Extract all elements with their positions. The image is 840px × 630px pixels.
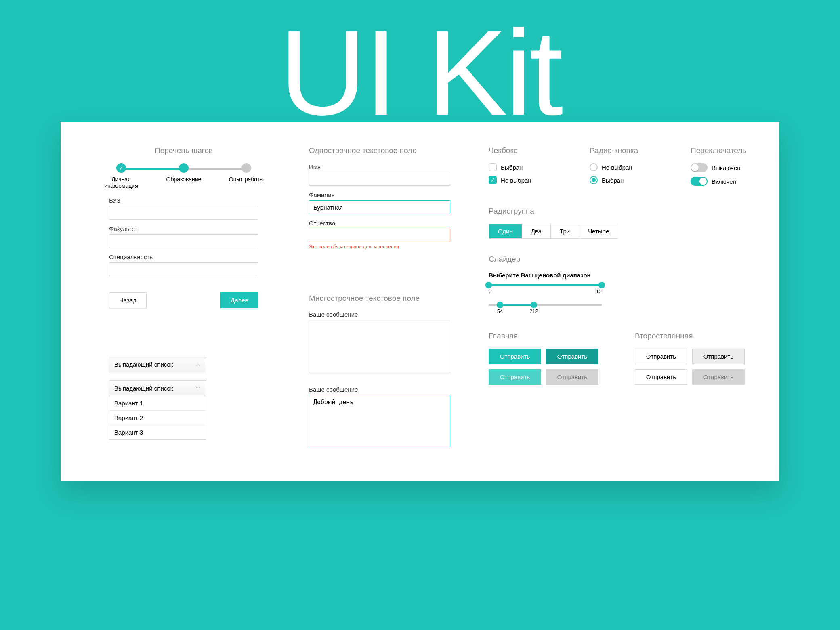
- vuz-input[interactable]: [109, 206, 258, 220]
- dropdown-option-3[interactable]: Вариант 3: [109, 425, 206, 439]
- dropdown-option-1[interactable]: Вариант 1: [109, 396, 206, 410]
- step-label: Опыт работы: [222, 176, 271, 183]
- switch-title: Переключатель: [691, 146, 788, 155]
- name-input[interactable]: [309, 172, 450, 186]
- checkbox-unchecked[interactable]: Выбран: [489, 163, 569, 171]
- faculty-input[interactable]: [109, 234, 258, 248]
- switch-label: Включен: [712, 178, 736, 185]
- step-education[interactable]: Образование: [160, 163, 208, 183]
- error-message: Это поле обязательное для заполнения: [309, 244, 450, 250]
- switch-on[interactable]: [691, 177, 708, 186]
- message-label: Ваше сообщение: [309, 311, 450, 318]
- slider-thumb-b-icon[interactable]: [531, 302, 537, 308]
- secondary-button-disabled: Отправить: [692, 369, 745, 385]
- hero-title: UI Kit: [0, 12, 840, 133]
- check-icon: ✓: [116, 163, 126, 173]
- checkbox-icon: [489, 163, 497, 171]
- radiogroup: Один Два Три Четыре: [489, 224, 618, 239]
- secondary-button-active[interactable]: Отправить: [635, 369, 687, 385]
- textarea-title: Многострочное текстовое поле: [309, 294, 450, 303]
- vuz-label: ВУЗ: [109, 197, 258, 204]
- ui-kit-panel: Перечень шагов ✓ Личная информация Образ…: [61, 122, 779, 481]
- speciality-label: Специальность: [109, 254, 258, 260]
- name-label: Имя: [309, 163, 450, 170]
- stepper: ✓ Личная информация Образование Опыт раб…: [97, 163, 271, 189]
- message-label-2: Ваше сообщение: [309, 386, 450, 393]
- primary-button[interactable]: Отправить: [489, 349, 541, 364]
- switch-off[interactable]: [691, 163, 708, 172]
- slider-partial-range[interactable]: [489, 304, 602, 306]
- dropdown-open[interactable]: Выпадающий список ﹀: [109, 380, 206, 396]
- message-textarea[interactable]: [309, 320, 450, 372]
- radiogroup-title: Радиогруппа: [489, 207, 788, 216]
- radio-icon: [590, 163, 598, 171]
- radio-label: Выбран: [602, 177, 624, 184]
- patronymic-label: Отчество: [309, 220, 450, 227]
- patronymic-input[interactable]: [309, 229, 450, 242]
- step-label: Личная информация: [97, 176, 145, 189]
- primary-button-hover[interactable]: Отправить: [546, 349, 598, 364]
- slider-value-a: 54: [497, 308, 503, 314]
- seg-four[interactable]: Четыре: [579, 224, 618, 238]
- dropdown-closed[interactable]: Выпадающий список ︿: [109, 357, 206, 372]
- radio-selected-icon: [590, 176, 598, 184]
- checkbox-label: Не выбран: [501, 177, 531, 184]
- step-dot-icon: [179, 163, 189, 173]
- checkbox-label: Выбран: [501, 164, 523, 171]
- secondary-button-hover[interactable]: Отправить: [692, 349, 745, 364]
- faculty-label: Факультет: [109, 225, 258, 232]
- step-label: Образование: [160, 176, 208, 183]
- primary-buttons-title: Главная: [489, 332, 598, 340]
- checkbox-title: Чекбокс: [489, 146, 569, 155]
- secondary-buttons-title: Второстепенная: [635, 332, 745, 340]
- step-dot-icon: [242, 163, 251, 173]
- back-button[interactable]: Назад: [109, 292, 147, 308]
- dropdown-label: Выпадающий список: [114, 361, 173, 368]
- surname-label: Фамилия: [309, 191, 450, 198]
- checkbox-checked[interactable]: ✓ Не выбран: [489, 176, 569, 184]
- step-connector: [121, 168, 184, 170]
- slider-thumb-max-icon[interactable]: [598, 282, 605, 288]
- radio-unselected[interactable]: Не выбран: [590, 163, 670, 171]
- slider-max-value: 12: [596, 288, 602, 294]
- speciality-input[interactable]: [109, 262, 258, 276]
- slider-value-b: 212: [529, 308, 538, 314]
- radio-title: Радио-кнопка: [590, 146, 670, 155]
- secondary-button[interactable]: Отправить: [635, 349, 687, 364]
- slider-label: Выберите Ваш ценовой диапазон: [489, 272, 602, 279]
- switch-label: Выключен: [712, 164, 741, 171]
- radio-label: Не выбран: [602, 164, 632, 171]
- checkbox-checked-icon: ✓: [489, 176, 497, 184]
- dropdown-option-2[interactable]: Вариант 2: [109, 410, 206, 425]
- chevron-down-icon: ﹀: [196, 385, 201, 392]
- slider-thumb-a-icon[interactable]: [497, 302, 503, 308]
- surname-input[interactable]: [309, 200, 450, 214]
- seg-one[interactable]: Один: [489, 224, 522, 238]
- chevron-up-icon: ︿: [196, 361, 201, 368]
- message-textarea-filled[interactable]: [309, 395, 450, 447]
- primary-button-active[interactable]: Отправить: [489, 369, 541, 385]
- slider-min-value: 0: [489, 288, 491, 294]
- slider-title: Слайдер: [489, 255, 788, 264]
- primary-button-disabled: Отправить: [546, 369, 598, 385]
- stepper-title: Перечень шагов: [97, 146, 271, 155]
- slider-full-range[interactable]: [489, 284, 602, 286]
- next-button[interactable]: Далее: [220, 292, 258, 308]
- step-connector: [184, 168, 246, 170]
- step-experience[interactable]: Опыт работы: [222, 163, 271, 183]
- seg-two[interactable]: Два: [522, 224, 551, 238]
- textfield-title: Однострочное текстовое поле: [309, 146, 450, 155]
- slider-thumb-min-icon[interactable]: [485, 282, 492, 288]
- seg-three[interactable]: Три: [551, 224, 579, 238]
- radio-selected[interactable]: Выбран: [590, 176, 670, 184]
- dropdown-label: Выпадающий список: [114, 385, 173, 392]
- step-personal-info[interactable]: ✓ Личная информация: [97, 163, 145, 189]
